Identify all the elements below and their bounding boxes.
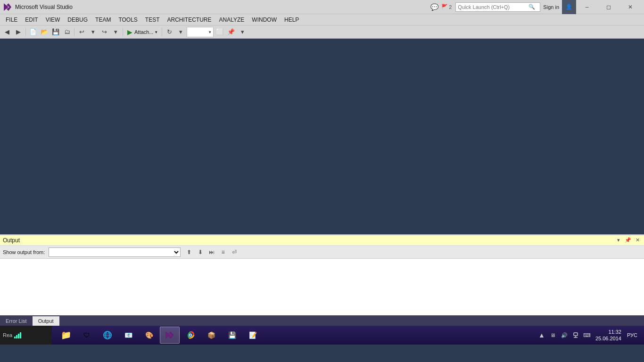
target-dropdown-arrow: ▾ bbox=[209, 30, 211, 34]
svg-rect-12 bbox=[574, 333, 578, 336]
output-tb-btn-2[interactable]: ⬇ bbox=[196, 247, 205, 257]
tab-error-list[interactable]: Error List bbox=[0, 316, 33, 326]
tray-network-icon[interactable] bbox=[571, 330, 580, 340]
search-icon: 🔍 bbox=[528, 4, 535, 10]
toolbar-separator-4 bbox=[162, 28, 162, 36]
refresh-dropdown[interactable]: ▾ bbox=[175, 27, 186, 37]
taskbar-app-paint[interactable]: 🎨 bbox=[139, 327, 159, 344]
pin-button[interactable]: 📌 bbox=[226, 27, 236, 37]
save-button[interactable]: 💾 bbox=[50, 27, 61, 37]
ready-text: Rea bbox=[3, 332, 12, 338]
pin-dropdown[interactable]: ▾ bbox=[237, 27, 248, 37]
output-panel-title: Output bbox=[3, 237, 615, 244]
output-tb-btn-3[interactable]: ⏭ bbox=[207, 247, 216, 257]
output-tb-btn-1[interactable]: ⬆ bbox=[184, 247, 194, 257]
close-button[interactable]: ✕ bbox=[619, 0, 641, 14]
taskbar-app-vs[interactable] bbox=[160, 327, 180, 344]
system-tray: ▲ 🖥 🔊 ⌨ 11:32 25.06.2014 РУС bbox=[534, 329, 642, 342]
refresh-button[interactable]: ↻ bbox=[164, 27, 174, 37]
tray-volume-icon[interactable]: 🔊 bbox=[560, 330, 569, 340]
attach-label: Attach... bbox=[134, 29, 153, 35]
taskbar-app-explorer[interactable]: 📁 bbox=[56, 327, 76, 344]
taskbar-app-ie[interactable] bbox=[98, 327, 117, 344]
panel-dropdown-button[interactable]: ▾ bbox=[615, 237, 622, 244]
taskbar-app-word[interactable]: 📝 bbox=[243, 327, 263, 344]
undo-dropdown[interactable]: ▾ bbox=[88, 27, 98, 37]
restore-button[interactable]: ◻ bbox=[598, 0, 619, 14]
tray-up-arrow[interactable]: ▲ bbox=[537, 330, 546, 340]
menu-window[interactable]: WINDOW bbox=[248, 14, 281, 25]
tray-monitor-icon[interactable]: 🖥 bbox=[548, 330, 558, 340]
save-all-button[interactable]: 🗂 bbox=[62, 27, 72, 37]
tab-output[interactable]: Output bbox=[33, 316, 59, 326]
menu-help[interactable]: HELP bbox=[281, 14, 303, 25]
new-file-button[interactable]: 📄 bbox=[28, 27, 38, 37]
toolbar: ◀ ▶ 📄 📂 💾 🗂 ↩ ▾ ↪ ▾ ▶ Attach... ▾ ↻ ▾ ▾ … bbox=[0, 25, 644, 39]
menu-file[interactable]: FILE bbox=[2, 14, 21, 25]
output-toolbar: Show output from: ⬆ ⬇ ⏭ ≡ ⏎ bbox=[0, 246, 644, 259]
output-panel: Output ▾ 📌 ✕ Show output from: ⬆ ⬇ ⏭ ≡ ⏎ bbox=[0, 234, 644, 315]
clock-date: 25.06.2014 bbox=[595, 335, 621, 342]
toolbar-separator-3 bbox=[123, 28, 123, 36]
panel-controls: ▾ 📌 ✕ bbox=[615, 237, 641, 244]
output-panel-header: Output ▾ 📌 ✕ bbox=[0, 235, 644, 246]
flag-notification-icon[interactable]: 🚩 2 bbox=[441, 4, 452, 10]
target-dropdown[interactable]: ▾ bbox=[187, 27, 214, 37]
signin-button[interactable]: Sign in bbox=[540, 4, 562, 10]
vs-logo-icon bbox=[3, 2, 12, 12]
attach-button[interactable]: ▶ Attach... ▾ bbox=[125, 27, 160, 37]
bottom-tab-bar: Error List Output bbox=[0, 315, 644, 326]
redo-dropdown[interactable]: ▾ bbox=[110, 27, 121, 37]
system-clock[interactable]: 11:32 25.06.2014 bbox=[594, 329, 623, 342]
menu-team[interactable]: TEAM bbox=[91, 14, 115, 25]
main-editor-area bbox=[0, 39, 644, 234]
window-controls: Sign in 👤 – ◻ ✕ bbox=[540, 0, 641, 14]
volume-bars bbox=[14, 332, 21, 338]
quick-launch-box[interactable]: 🔍 bbox=[455, 2, 540, 12]
output-tb-btn-4[interactable]: ≡ bbox=[218, 247, 228, 257]
clock-time: 11:32 bbox=[608, 329, 621, 335]
taskbar-app-storage[interactable]: 💾 bbox=[222, 327, 242, 344]
panel-pin-button[interactable]: 📌 bbox=[624, 237, 632, 244]
taskbar-app-outlook[interactable]: 📧 bbox=[118, 327, 138, 344]
redo-button[interactable]: ↪ bbox=[99, 27, 109, 37]
undo-button[interactable]: ↩ bbox=[76, 27, 87, 37]
titlebar: Microsoft Visual Studio 💬 🚩 2 🔍 Sign in … bbox=[0, 0, 644, 14]
toolbar-separator-1 bbox=[25, 28, 26, 36]
language-indicator[interactable]: РУС bbox=[625, 332, 639, 338]
taskbar: Rea 📁 🛡 📧 🎨 bbox=[0, 326, 644, 345]
taskbar-app-archive[interactable]: 📦 bbox=[201, 327, 221, 344]
user-avatar[interactable]: 👤 bbox=[562, 0, 576, 14]
show-output-from-label: Show output from: bbox=[3, 249, 45, 255]
app-title: Microsoft Visual Studio bbox=[15, 4, 427, 10]
output-content-area bbox=[0, 259, 644, 315]
taskbar-app-chrome[interactable] bbox=[181, 327, 200, 344]
attach-dropdown-arrow[interactable]: ▾ bbox=[155, 30, 157, 34]
back-button[interactable]: ◀ bbox=[2, 27, 12, 37]
output-tb-btn-5[interactable]: ⏎ bbox=[230, 247, 239, 257]
menubar: FILE EDIT VIEW DEBUG TEAM TOOLS TEST ARC… bbox=[0, 14, 644, 25]
toolbar-separator-2 bbox=[74, 28, 74, 36]
quick-launch-input[interactable] bbox=[458, 4, 528, 10]
menu-debug[interactable]: DEBUG bbox=[64, 14, 91, 25]
taskbar-app-antivirus[interactable]: 🛡 bbox=[77, 327, 97, 344]
menu-view[interactable]: VIEW bbox=[42, 14, 64, 25]
menu-analyze[interactable]: ANALYZE bbox=[215, 14, 248, 25]
tray-keyboard-icon[interactable]: ⌨ bbox=[582, 330, 592, 340]
open-button[interactable]: 📂 bbox=[39, 27, 50, 37]
forward-button[interactable]: ▶ bbox=[13, 27, 24, 37]
menu-edit[interactable]: EDIT bbox=[21, 14, 41, 25]
output-source-dropdown[interactable] bbox=[49, 247, 181, 257]
play-icon: ▶ bbox=[127, 28, 132, 36]
ready-status-bar: Rea bbox=[0, 326, 52, 345]
menu-architecture[interactable]: ARCHITECTURE bbox=[164, 14, 215, 25]
taskbar-app-icons: 📁 🛡 📧 🎨 bbox=[56, 327, 534, 344]
panel-close-button[interactable]: ✕ bbox=[634, 237, 641, 244]
chat-icon[interactable]: 💬 bbox=[430, 3, 438, 11]
svg-point-11 bbox=[190, 334, 191, 336]
notification-area: 💬 🚩 2 bbox=[430, 3, 452, 11]
menu-tools[interactable]: TOOLS bbox=[115, 14, 141, 25]
target-options-button[interactable]: ⬜ bbox=[215, 27, 225, 37]
menu-test[interactable]: TEST bbox=[141, 14, 164, 25]
minimize-button[interactable]: – bbox=[576, 0, 598, 14]
